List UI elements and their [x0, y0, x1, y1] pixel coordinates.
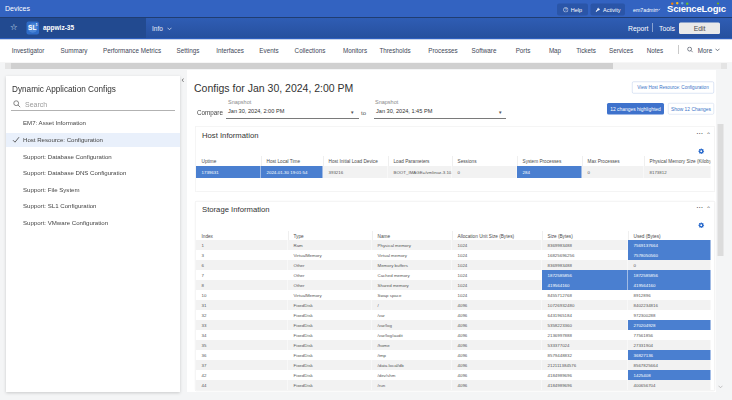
svg-text:?: ?: [565, 8, 567, 12]
svg-text:1: 1: [35, 22, 38, 27]
